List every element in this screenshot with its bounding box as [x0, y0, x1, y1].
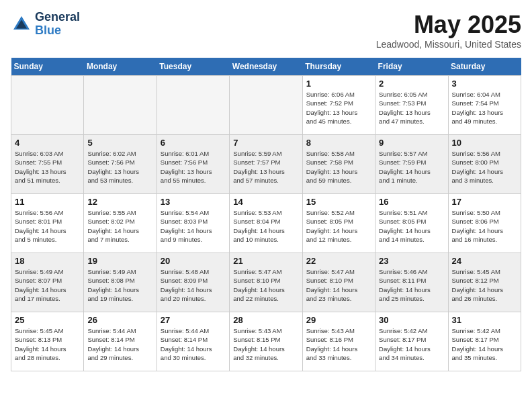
day-number: 23: [379, 256, 444, 266]
day-number: 2: [379, 79, 444, 89]
logo-blue: Blue: [35, 24, 80, 38]
calendar-cell: 24Sunrise: 5:45 AM Sunset: 8:12 PM Dayli…: [448, 253, 521, 312]
day-info: Sunrise: 5:47 AM Sunset: 8:10 PM Dayligh…: [233, 267, 298, 303]
week-row-2: 4Sunrise: 6:03 AM Sunset: 7:55 PM Daylig…: [11, 135, 521, 194]
day-number: 6: [161, 138, 226, 148]
header-day-wednesday: Wednesday: [230, 58, 302, 76]
calendar-cell: 14Sunrise: 5:53 AM Sunset: 8:04 PM Dayli…: [230, 194, 302, 253]
calendar-cell: 12Sunrise: 5:55 AM Sunset: 8:02 PM Dayli…: [84, 194, 157, 253]
day-number: 16: [379, 197, 444, 207]
day-number: 31: [452, 315, 517, 325]
day-number: 27: [161, 315, 226, 325]
header-day-sunday: Sunday: [11, 58, 84, 76]
day-number: 29: [306, 315, 371, 325]
day-info: Sunrise: 5:52 AM Sunset: 8:05 PM Dayligh…: [306, 208, 371, 244]
calendar-cell: 22Sunrise: 5:47 AM Sunset: 8:10 PM Dayli…: [302, 253, 375, 312]
day-info: Sunrise: 6:01 AM Sunset: 7:56 PM Dayligh…: [161, 149, 226, 185]
day-number: 3: [452, 79, 517, 89]
page-header: General Blue May 2025 Leadwood, Missouri…: [11, 11, 521, 50]
logo: General Blue: [11, 11, 80, 38]
day-number: 24: [452, 256, 517, 266]
calendar-cell: 31Sunrise: 5:42 AM Sunset: 8:17 PM Dayli…: [448, 312, 521, 371]
location: Leadwood, Missouri, United States: [376, 39, 521, 50]
week-row-3: 11Sunrise: 5:56 AM Sunset: 8:01 PM Dayli…: [11, 194, 521, 253]
calendar-cell: 25Sunrise: 5:45 AM Sunset: 8:13 PM Dayli…: [11, 312, 84, 371]
calendar-cell: 19Sunrise: 5:49 AM Sunset: 8:08 PM Dayli…: [84, 253, 157, 312]
calendar-cell: 29Sunrise: 5:43 AM Sunset: 8:16 PM Dayli…: [302, 312, 375, 371]
calendar-cell: 3Sunrise: 6:04 AM Sunset: 7:54 PM Daylig…: [448, 76, 521, 135]
day-number: 18: [15, 256, 80, 266]
day-number: 21: [233, 256, 298, 266]
calendar-cell: 16Sunrise: 5:51 AM Sunset: 8:05 PM Dayli…: [375, 194, 448, 253]
day-info: Sunrise: 5:59 AM Sunset: 7:57 PM Dayligh…: [233, 149, 298, 185]
week-row-5: 25Sunrise: 5:45 AM Sunset: 8:13 PM Dayli…: [11, 312, 521, 371]
logo-general: General: [35, 11, 80, 24]
day-info: Sunrise: 6:02 AM Sunset: 7:56 PM Dayligh…: [87, 149, 152, 185]
day-info: Sunrise: 6:03 AM Sunset: 7:55 PM Dayligh…: [15, 149, 80, 185]
month-title: May 2025: [376, 11, 521, 39]
day-number: 30: [379, 315, 444, 325]
calendar-cell: 20Sunrise: 5:48 AM Sunset: 8:09 PM Dayli…: [157, 253, 229, 312]
calendar-cell: 15Sunrise: 5:52 AM Sunset: 8:05 PM Dayli…: [302, 194, 375, 253]
day-number: 10: [452, 138, 517, 148]
calendar-cell: 7Sunrise: 5:59 AM Sunset: 7:57 PM Daylig…: [230, 135, 302, 194]
day-info: Sunrise: 5:50 AM Sunset: 8:06 PM Dayligh…: [452, 208, 517, 244]
day-info: Sunrise: 5:44 AM Sunset: 8:14 PM Dayligh…: [87, 326, 152, 362]
calendar-cell: 8Sunrise: 5:58 AM Sunset: 7:58 PM Daylig…: [302, 135, 375, 194]
calendar-cell: 26Sunrise: 5:44 AM Sunset: 8:14 PM Dayli…: [84, 312, 157, 371]
day-number: 17: [452, 197, 517, 207]
day-info: Sunrise: 5:58 AM Sunset: 7:58 PM Dayligh…: [306, 149, 371, 185]
header-day-monday: Monday: [84, 58, 157, 76]
day-info: Sunrise: 5:56 AM Sunset: 8:01 PM Dayligh…: [15, 208, 80, 244]
calendar-cell: 5Sunrise: 6:02 AM Sunset: 7:56 PM Daylig…: [84, 135, 157, 194]
day-info: Sunrise: 5:42 AM Sunset: 8:17 PM Dayligh…: [379, 326, 444, 362]
calendar-cell: 2Sunrise: 6:05 AM Sunset: 7:53 PM Daylig…: [375, 76, 448, 135]
logo-text: General Blue: [35, 11, 80, 38]
header-day-friday: Friday: [375, 58, 448, 76]
calendar-cell: 23Sunrise: 5:46 AM Sunset: 8:11 PM Dayli…: [375, 253, 448, 312]
day-number: 26: [87, 315, 152, 325]
day-info: Sunrise: 5:51 AM Sunset: 8:05 PM Dayligh…: [379, 208, 444, 244]
calendar-cell: 6Sunrise: 6:01 AM Sunset: 7:56 PM Daylig…: [157, 135, 229, 194]
day-info: Sunrise: 5:45 AM Sunset: 8:13 PM Dayligh…: [15, 326, 80, 362]
calendar-cell: 9Sunrise: 5:57 AM Sunset: 7:59 PM Daylig…: [375, 135, 448, 194]
day-number: 13: [161, 197, 226, 207]
header-row: SundayMondayTuesdayWednesdayThursdayFrid…: [11, 58, 521, 76]
day-info: Sunrise: 5:48 AM Sunset: 8:09 PM Dayligh…: [161, 267, 226, 303]
calendar-cell: 4Sunrise: 6:03 AM Sunset: 7:55 PM Daylig…: [11, 135, 84, 194]
day-info: Sunrise: 5:44 AM Sunset: 8:14 PM Dayligh…: [161, 326, 226, 362]
logo-icon: [11, 13, 32, 35]
day-number: 28: [233, 315, 298, 325]
day-info: Sunrise: 5:42 AM Sunset: 8:17 PM Dayligh…: [452, 326, 517, 362]
day-number: 20: [161, 256, 226, 266]
calendar-cell: 28Sunrise: 5:43 AM Sunset: 8:15 PM Dayli…: [230, 312, 302, 371]
day-info: Sunrise: 6:06 AM Sunset: 7:52 PM Dayligh…: [306, 90, 371, 126]
header-day-tuesday: Tuesday: [157, 58, 229, 76]
day-info: Sunrise: 5:46 AM Sunset: 8:11 PM Dayligh…: [379, 267, 444, 303]
calendar-cell: 30Sunrise: 5:42 AM Sunset: 8:17 PM Dayli…: [375, 312, 448, 371]
day-number: 7: [233, 138, 298, 148]
calendar-cell: [230, 76, 302, 135]
calendar-cell: 27Sunrise: 5:44 AM Sunset: 8:14 PM Dayli…: [157, 312, 229, 371]
day-info: Sunrise: 5:47 AM Sunset: 8:10 PM Dayligh…: [306, 267, 371, 303]
day-info: Sunrise: 6:05 AM Sunset: 7:53 PM Dayligh…: [379, 90, 444, 126]
calendar-cell: 18Sunrise: 5:49 AM Sunset: 8:07 PM Dayli…: [11, 253, 84, 312]
calendar-cell: [84, 76, 157, 135]
day-number: 14: [233, 197, 298, 207]
header-day-thursday: Thursday: [302, 58, 375, 76]
day-info: Sunrise: 5:43 AM Sunset: 8:16 PM Dayligh…: [306, 326, 371, 362]
calendar-cell: 11Sunrise: 5:56 AM Sunset: 8:01 PM Dayli…: [11, 194, 84, 253]
day-number: 9: [379, 138, 444, 148]
day-number: 5: [87, 138, 152, 148]
day-info: Sunrise: 6:04 AM Sunset: 7:54 PM Dayligh…: [452, 90, 517, 126]
day-info: Sunrise: 5:49 AM Sunset: 8:08 PM Dayligh…: [87, 267, 152, 303]
calendar-cell: [157, 76, 229, 135]
day-number: 1: [306, 79, 371, 89]
calendar-cell: 13Sunrise: 5:54 AM Sunset: 8:03 PM Dayli…: [157, 194, 229, 253]
day-number: 22: [306, 256, 371, 266]
title-area: May 2025 Leadwood, Missouri, United Stat…: [376, 11, 521, 50]
calendar-cell: [11, 76, 84, 135]
calendar-table: SundayMondayTuesdayWednesdayThursdayFrid…: [11, 58, 521, 371]
day-info: Sunrise: 5:57 AM Sunset: 7:59 PM Dayligh…: [379, 149, 444, 185]
day-info: Sunrise: 5:56 AM Sunset: 8:00 PM Dayligh…: [452, 149, 517, 185]
